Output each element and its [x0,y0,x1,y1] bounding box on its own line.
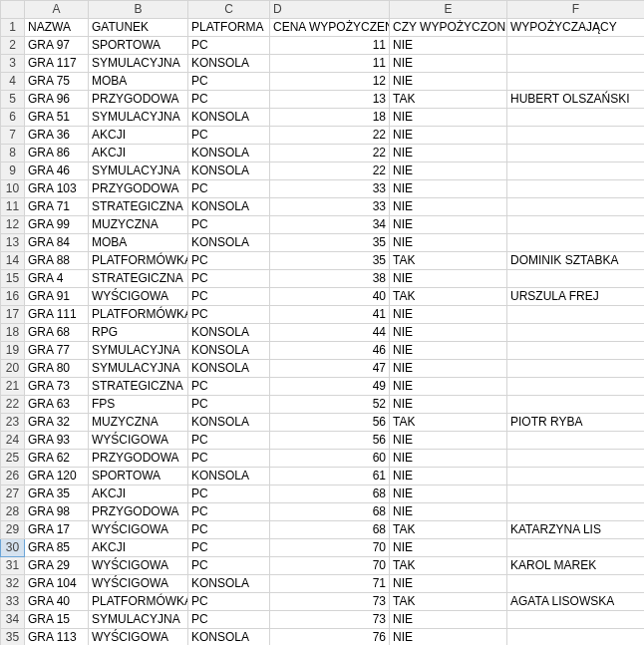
cell[interactable]: GRA 51 [25,109,89,127]
row-header[interactable]: 12 [1,216,25,234]
cell[interactable] [507,324,645,342]
cell[interactable]: 13 [270,91,390,109]
cell[interactable] [507,270,645,288]
cell[interactable]: KONSOLA [188,55,270,73]
cell[interactable] [507,73,645,91]
cell[interactable]: NIE [390,270,507,288]
cell[interactable]: PC [188,485,270,503]
cell[interactable] [507,485,645,503]
cell[interactable]: NIE [390,539,507,557]
cell[interactable]: KONSOLA [188,629,270,646]
cell[interactable]: PC [188,306,270,324]
cell[interactable] [507,145,645,162]
cell[interactable]: GRA 86 [25,145,89,162]
cell[interactable]: 56 [270,414,390,432]
cell[interactable]: GRA 80 [25,360,89,378]
cell[interactable]: GRA 113 [25,629,89,646]
cell[interactable]: TAK [390,557,507,575]
cell[interactable]: STRATEGICZNA [89,198,188,216]
cell[interactable]: AKCJI [89,539,188,557]
cell[interactable] [507,575,645,593]
row-header[interactable]: 28 [1,503,25,521]
cell[interactable]: KONSOLA [188,324,270,342]
cell[interactable]: SYMULACYJNA [89,109,188,127]
cell[interactable]: PC [188,503,270,521]
col-header-F[interactable]: F [507,1,645,19]
cell[interactable]: PC [188,539,270,557]
cell[interactable]: PC [188,396,270,414]
cell[interactable] [507,611,645,629]
row-header[interactable]: 5 [1,91,25,109]
cell[interactable] [507,468,645,485]
cell[interactable]: NIE [390,503,507,521]
cell[interactable]: KONSOLA [188,360,270,378]
cell[interactable]: KONSOLA [188,145,270,162]
cell[interactable]: NIE [390,396,507,414]
cell[interactable]: 22 [270,162,390,180]
cell[interactable]: MUZYCZNA [89,414,188,432]
cell[interactable]: SYMULACYJNA [89,55,188,73]
cell[interactable]: NIE [390,180,507,198]
row-header[interactable]: 20 [1,360,25,378]
cell[interactable]: NIE [390,234,507,252]
cell[interactable]: SYMULACYJNA [89,162,188,180]
cell[interactable]: NIE [390,378,507,396]
cell[interactable]: STRATEGICZNA [89,270,188,288]
cell[interactable]: PC [188,611,270,629]
cell[interactable]: 35 [270,252,390,270]
cell[interactable]: NIE [390,485,507,503]
cell[interactable]: 11 [270,55,390,73]
cell[interactable]: KATARZYNA LIS [507,521,645,539]
cell[interactable]: CENA WYPOŻYCZENIA [270,19,390,37]
row-header[interactable]: 25 [1,450,25,468]
cell[interactable]: URSZULA FREJ [507,288,645,306]
row-header[interactable]: 4 [1,73,25,91]
cell[interactable]: KONSOLA [188,342,270,360]
cell[interactable]: SYMULACYJNA [89,342,188,360]
col-header-C[interactable]: C [188,1,270,19]
cell[interactable]: PC [188,252,270,270]
cell[interactable]: 38 [270,270,390,288]
select-all-corner[interactable] [1,1,25,19]
cell[interactable]: 68 [270,521,390,539]
cell[interactable]: 40 [270,288,390,306]
cell[interactable]: 44 [270,324,390,342]
cell[interactable]: GRA 68 [25,324,89,342]
cell[interactable]: 46 [270,342,390,360]
cell[interactable]: KONSOLA [188,468,270,485]
cell[interactable]: PC [188,378,270,396]
cell[interactable]: 71 [270,575,390,593]
row-header[interactable]: 23 [1,414,25,432]
cell[interactable]: GRA 75 [25,73,89,91]
cell[interactable] [507,306,645,324]
cell[interactable]: MUZYCZNA [89,216,188,234]
cell[interactable]: PC [188,432,270,450]
cell[interactable]: NIE [390,342,507,360]
cell[interactable]: NIE [390,145,507,162]
cell[interactable]: NIE [390,73,507,91]
cell[interactable]: KONSOLA [188,162,270,180]
cell[interactable]: PC [188,450,270,468]
cell[interactable]: SYMULACYJNA [89,360,188,378]
cell[interactable]: PIOTR RYBA [507,414,645,432]
cell[interactable]: STRATEGICZNA [89,378,188,396]
cell[interactable] [507,109,645,127]
row-header[interactable]: 8 [1,145,25,162]
cell[interactable]: KONSOLA [188,575,270,593]
cell[interactable]: WYŚCIGOWA [89,432,188,450]
cell[interactable]: PRZYGODOWA [89,503,188,521]
cell[interactable]: 56 [270,432,390,450]
cell[interactable]: AKCJI [89,145,188,162]
cell[interactable]: GRA 62 [25,450,89,468]
cell[interactable]: RPG [89,324,188,342]
cell[interactable]: NIE [390,198,507,216]
cell[interactable]: WYŚCIGOWA [89,288,188,306]
col-header-D[interactable]: D [270,1,390,19]
cell[interactable] [507,234,645,252]
cell[interactable]: NAZWA [25,19,89,37]
cell[interactable]: GRA 15 [25,611,89,629]
cell[interactable]: GRA 93 [25,432,89,450]
cell[interactable]: KONSOLA [188,414,270,432]
row-header[interactable]: 14 [1,252,25,270]
cell[interactable]: PC [188,216,270,234]
